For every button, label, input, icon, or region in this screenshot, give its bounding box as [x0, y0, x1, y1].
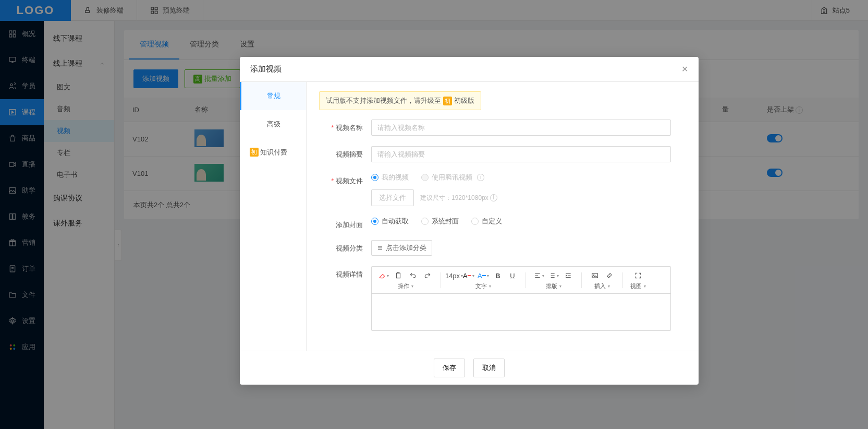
- add-video-modal: 添加视频 ✕ 常规 高级 初 知识付费 试用版不支持添加视频文件，请升级至 初 …: [240, 57, 699, 385]
- svg-rect-20: [397, 273, 400, 278]
- badge-basic: 初: [443, 97, 452, 105]
- radio-icon: [421, 218, 429, 225]
- radio-tencent-video[interactable]: 使用腾讯视频 i: [421, 173, 484, 182]
- label-detail: 视频详情: [319, 266, 363, 279]
- video-summary-input[interactable]: [371, 146, 671, 162]
- undo-icon[interactable]: [407, 270, 419, 281]
- close-icon[interactable]: ✕: [681, 64, 688, 74]
- font-color-icon[interactable]: A▾: [463, 270, 474, 281]
- eraser-icon[interactable]: ▾: [378, 270, 389, 281]
- svg-point-22: [594, 275, 594, 275]
- label-video-summary: 视频摘要: [319, 146, 363, 159]
- label-video-name: 视频名称: [319, 120, 363, 133]
- choose-file-button[interactable]: 选择文件: [371, 189, 414, 206]
- label-video-file: 视频文件: [319, 173, 363, 186]
- insert-link-icon[interactable]: [604, 270, 615, 281]
- list-ordered-icon[interactable]: ▾: [548, 270, 559, 281]
- save-button[interactable]: 保存: [434, 359, 465, 377]
- radio-icon: [421, 174, 429, 181]
- editor-group-text: 文字▾: [475, 282, 491, 290]
- paste-icon[interactable]: [393, 270, 404, 281]
- modal-tab-paid[interactable]: 初 知识付费: [240, 138, 306, 166]
- editor-group-view: 视图▾: [630, 282, 646, 290]
- radio-cover-system[interactable]: 系统封面: [421, 217, 459, 226]
- rich-text-editor: ▾ 操作▾ 14px▾: [371, 266, 671, 331]
- editor-group-insert: 插入▾: [594, 282, 610, 290]
- editor-group-layout: 排版▾: [546, 282, 561, 290]
- underline-icon[interactable]: U: [507, 270, 518, 281]
- align-icon[interactable]: ▾: [533, 270, 545, 281]
- font-size-select[interactable]: 14px▾: [448, 270, 460, 281]
- modal-tab-general[interactable]: 常规: [240, 82, 306, 110]
- radio-icon: [371, 218, 378, 225]
- radio-cover-custom[interactable]: 自定义: [471, 217, 502, 226]
- info-icon: i: [477, 174, 484, 181]
- size-hint: 建议尺寸：1920*1080px: [420, 194, 488, 202]
- editor-content-area[interactable]: [372, 294, 670, 330]
- fullscreen-icon[interactable]: [632, 270, 644, 281]
- bold-icon[interactable]: B: [492, 270, 504, 281]
- info-icon: i: [490, 194, 497, 201]
- radio-icon: [371, 174, 378, 181]
- radio-cover-auto[interactable]: 自动获取: [371, 217, 409, 226]
- cancel-button[interactable]: 取消: [473, 359, 505, 377]
- badge-basic: 初: [250, 148, 259, 157]
- trial-warning: 试用版不支持添加视频文件，请升级至 初 初级版: [319, 91, 481, 110]
- video-name-input[interactable]: [371, 120, 671, 136]
- list-icon: [377, 245, 383, 251]
- insert-image-icon[interactable]: [589, 270, 601, 281]
- label-cover: 添加封面: [319, 217, 363, 230]
- modal-sidebar: 常规 高级 初 知识付费: [240, 82, 307, 351]
- editor-group-operation: 操作▾: [398, 282, 413, 290]
- indent-icon[interactable]: [563, 270, 574, 281]
- redo-icon[interactable]: [422, 270, 433, 281]
- bg-color-icon[interactable]: A▾: [478, 270, 489, 281]
- radio-icon: [471, 218, 479, 225]
- label-category: 视频分类: [319, 240, 363, 253]
- add-category-button[interactable]: 点击添加分类: [371, 240, 432, 256]
- modal-tab-advanced[interactable]: 高级: [240, 110, 306, 138]
- modal-title: 添加视频: [250, 64, 282, 74]
- radio-my-video[interactable]: 我的视频: [371, 173, 409, 182]
